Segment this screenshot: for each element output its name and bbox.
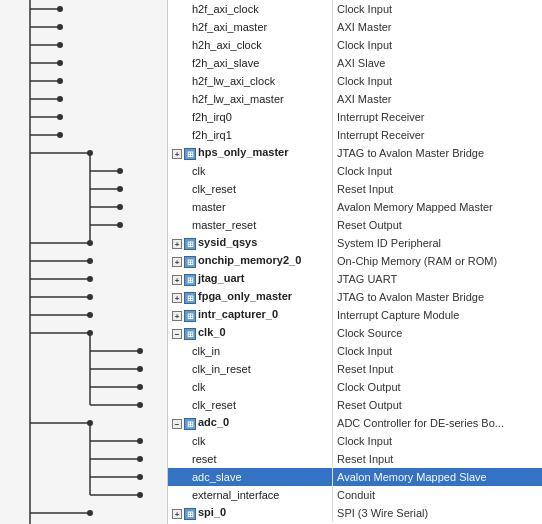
table-row[interactable]: +⊞onchip_memory2_0On-Chip Memory (RAM or… <box>168 252 542 270</box>
table-row[interactable]: +⊞intr_capturer_0Interrupt Capture Modul… <box>168 306 542 324</box>
table-row[interactable]: h2f_axi_masterAXI Master <box>168 18 542 36</box>
group-icon: ⊞ <box>184 238 196 250</box>
component-name: reset <box>168 450 333 468</box>
svg-point-46 <box>137 384 143 390</box>
svg-point-53 <box>137 438 143 444</box>
component-type: Clock Input <box>333 342 542 360</box>
svg-point-21 <box>117 168 123 174</box>
component-type: Avalon Memory Mapped Master <box>333 198 542 216</box>
component-name: +⊞jtag_uart <box>168 270 333 288</box>
component-type: Reset Input <box>333 360 542 378</box>
tree-panel <box>0 0 168 524</box>
svg-point-42 <box>137 348 143 354</box>
components-table: h2f_axi_clockClock Inputh2f_axi_masterAX… <box>168 0 542 522</box>
svg-point-48 <box>137 402 143 408</box>
component-type: JTAG UART <box>333 270 542 288</box>
component-type: Clock Source <box>333 324 542 342</box>
component-type: Avalon Memory Mapped Slave <box>333 468 542 486</box>
component-name: master <box>168 198 333 216</box>
component-type: Clock Input <box>333 162 542 180</box>
tree-svg <box>0 0 167 524</box>
component-type: System ID Peripheral <box>333 234 542 252</box>
group-icon: ⊞ <box>184 328 196 340</box>
svg-point-55 <box>137 456 143 462</box>
table-row[interactable]: −⊞clk_0Clock Source <box>168 324 542 342</box>
collapse-icon[interactable]: + <box>172 509 182 519</box>
component-name: +⊞intr_capturer_0 <box>168 306 333 324</box>
group-icon: ⊞ <box>184 310 196 322</box>
svg-point-27 <box>117 222 123 228</box>
component-type: On-Chip Memory (RAM or ROM) <box>333 252 542 270</box>
table-row[interactable]: adc_slaveAvalon Memory Mapped Slave <box>168 468 542 486</box>
table-row[interactable]: +⊞sysid_qsysSystem ID Peripheral <box>168 234 542 252</box>
table-row[interactable]: h2f_lw_axi_clockClock Input <box>168 72 542 90</box>
collapse-icon[interactable]: + <box>172 239 182 249</box>
component-type: AXI Slave <box>333 54 542 72</box>
component-name: master_reset <box>168 216 333 234</box>
component-type: JTAG to Avalon Master Bridge <box>333 288 542 306</box>
table-row[interactable]: master_resetReset Output <box>168 216 542 234</box>
table-row[interactable]: +⊞jtag_uartJTAG UART <box>168 270 542 288</box>
component-list: h2f_axi_clockClock Inputh2f_axi_masterAX… <box>168 0 542 524</box>
svg-point-10 <box>57 78 63 84</box>
svg-point-33 <box>87 276 93 282</box>
table-row[interactable]: resetReset Input <box>168 450 542 468</box>
component-type: Clock Output <box>333 378 542 396</box>
table-row[interactable]: h2h_axi_clockClock Input <box>168 36 542 54</box>
table-row[interactable]: clk_resetReset Output <box>168 396 542 414</box>
table-row[interactable]: +⊞fpga_only_masterJTAG to Avalon Master … <box>168 288 542 306</box>
component-name: h2h_axi_clock <box>168 36 333 54</box>
table-row[interactable]: clkClock Output <box>168 378 542 396</box>
svg-point-57 <box>137 474 143 480</box>
collapse-icon[interactable]: + <box>172 275 182 285</box>
group-icon: ⊞ <box>184 418 196 430</box>
svg-point-31 <box>87 258 93 264</box>
table-row[interactable]: f2h_irq1Interrupt Receiver <box>168 126 542 144</box>
component-name: h2f_axi_clock <box>168 0 333 18</box>
component-name: external_interface <box>168 486 333 504</box>
table-row[interactable]: f2h_axi_slaveAXI Slave <box>168 54 542 72</box>
table-row[interactable]: −⊞adc_0ADC Controller for DE-series Bo..… <box>168 414 542 432</box>
table-row[interactable]: +⊞spi_0SPI (3 Wire Serial) <box>168 504 542 522</box>
collapse-icon[interactable]: + <box>172 257 182 267</box>
component-type: Conduit <box>333 486 542 504</box>
table-row[interactable]: f2h_irq0Interrupt Receiver <box>168 108 542 126</box>
component-name: f2h_irq0 <box>168 108 333 126</box>
component-name: h2f_axi_master <box>168 18 333 36</box>
table-row[interactable]: clk_resetReset Input <box>168 180 542 198</box>
svg-point-8 <box>57 60 63 66</box>
table-row[interactable]: masterAvalon Memory Mapped Master <box>168 198 542 216</box>
component-name: clk <box>168 378 333 396</box>
component-name: +⊞fpga_only_master <box>168 288 333 306</box>
component-type: SPI (3 Wire Serial) <box>333 504 542 522</box>
component-type: Interrupt Capture Module <box>333 306 542 324</box>
group-icon: ⊞ <box>184 508 196 520</box>
collapse-icon[interactable]: + <box>172 293 182 303</box>
table-row[interactable]: clk_in_resetReset Input <box>168 360 542 378</box>
table-row[interactable]: external_interfaceConduit <box>168 486 542 504</box>
main-container: h2f_axi_clockClock Inputh2f_axi_masterAX… <box>0 0 542 524</box>
collapse-icon[interactable]: − <box>172 329 182 339</box>
table-row[interactable]: +⊞hps_only_masterJTAG to Avalon Master B… <box>168 144 542 162</box>
component-name: +⊞hps_only_master <box>168 144 333 162</box>
collapse-icon[interactable]: − <box>172 419 182 429</box>
component-name: +⊞sysid_qsys <box>168 234 333 252</box>
table-row[interactable]: clkClock Input <box>168 162 542 180</box>
table-row[interactable]: h2f_lw_axi_masterAXI Master <box>168 90 542 108</box>
table-row[interactable]: h2f_axi_clockClock Input <box>168 0 542 18</box>
component-type: Interrupt Receiver <box>333 108 542 126</box>
component-type: ADC Controller for DE-series Bo... <box>333 414 542 432</box>
component-type: Clock Input <box>333 432 542 450</box>
table-row[interactable]: clkClock Input <box>168 432 542 450</box>
collapse-icon[interactable]: + <box>172 149 182 159</box>
svg-point-61 <box>87 510 93 516</box>
svg-point-35 <box>87 294 93 300</box>
collapse-icon[interactable]: + <box>172 311 182 321</box>
component-type: Reset Output <box>333 396 542 414</box>
svg-point-25 <box>117 204 123 210</box>
component-name: clk_reset <box>168 396 333 414</box>
component-name: f2h_axi_slave <box>168 54 333 72</box>
component-name: adc_slave <box>168 468 333 486</box>
table-row[interactable]: clk_inClock Input <box>168 342 542 360</box>
svg-point-6 <box>57 42 63 48</box>
